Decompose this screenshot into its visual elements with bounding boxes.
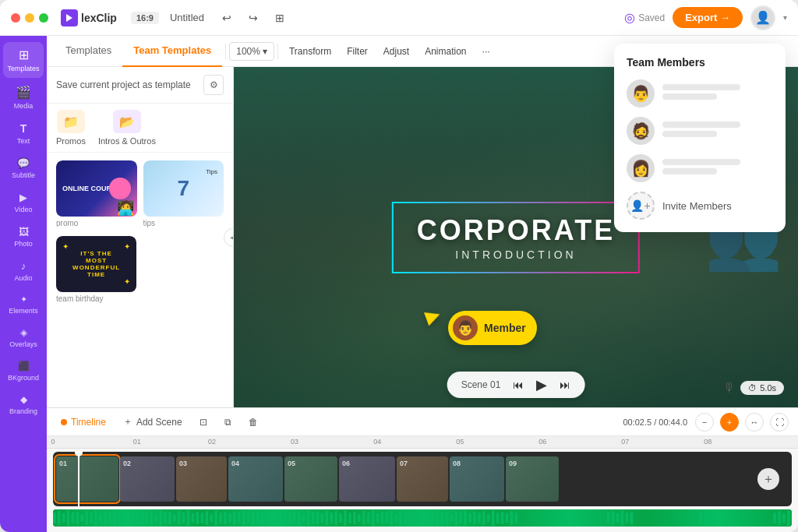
svg-rect-59 <box>321 513 324 523</box>
zoom-in-button[interactable]: + <box>720 413 739 432</box>
prev-scene-button[interactable]: ⏮ <box>513 379 524 391</box>
category-promos[interactable]: 📁 Promos <box>56 110 86 146</box>
svg-rect-7 <box>81 514 84 522</box>
tab-templates[interactable]: Templates <box>55 36 122 67</box>
zoom-out-button[interactable]: − <box>695 413 714 432</box>
svg-rect-46 <box>261 512 264 524</box>
animation-button[interactable]: Animation <box>417 43 474 60</box>
sidebar-item-overlays[interactable]: ◈ Overlays <box>3 322 44 354</box>
ruler-label-1: 01 <box>133 438 141 446</box>
svg-rect-72 <box>381 512 384 524</box>
overlays-icon: ◈ <box>20 327 27 338</box>
play-button[interactable]: ▶ <box>536 376 547 393</box>
zoom-dropdown[interactable]: 100% ▾ <box>229 42 274 61</box>
user-avatar[interactable]: 👤 <box>750 5 775 30</box>
intros-label: Intros & Outros <box>98 136 156 146</box>
aspect-ratio-badge[interactable]: 16:9 <box>131 12 159 24</box>
fit-button[interactable]: ↔ <box>745 413 764 432</box>
svg-rect-53 <box>293 513 296 523</box>
sidebar-item-subtitle[interactable]: 💬 Subtitle <box>3 152 44 185</box>
scene-options-button[interactable]: ⊡ <box>195 414 212 430</box>
sidebar-item-photo[interactable]: 🖼 Photo <box>3 220 44 253</box>
sidebar-item-bkground[interactable]: ⬛ BKground <box>3 355 44 387</box>
track-segment-07[interactable]: 07 <box>397 456 448 502</box>
svg-rect-111 <box>713 510 716 526</box>
close-button[interactable] <box>11 13 20 23</box>
track-segment-09[interactable]: 09 <box>506 456 559 502</box>
svg-rect-102 <box>607 513 610 523</box>
minimize-button[interactable] <box>25 13 34 23</box>
undo-button[interactable]: ↩ <box>217 8 237 28</box>
adjust-button[interactable]: Adjust <box>376 43 417 60</box>
svg-rect-78 <box>408 512 411 524</box>
svg-rect-94 <box>482 511 486 525</box>
template-card-online-course[interactable]: ONLINE Course 🧑‍💻 promo <box>56 160 137 230</box>
avatar-dropdown[interactable]: ▾ <box>783 13 787 22</box>
tips-label: Tips <box>206 168 217 175</box>
track-segment-05[interactable]: 05 <box>284 456 337 502</box>
svg-rect-18 <box>132 512 135 524</box>
export-button[interactable]: Export → <box>673 7 743 28</box>
svg-rect-1 <box>53 513 56 523</box>
add-scene-button[interactable]: ＋ Add Scene <box>118 413 187 431</box>
category-intros[interactable]: 📂 Intros & Outros <box>98 110 156 146</box>
track-segment-02[interactable]: 02 <box>120 456 175 502</box>
ruler-label-0: 0 <box>51 438 55 446</box>
svg-rect-41 <box>238 513 241 523</box>
more-button[interactable]: ··· <box>475 43 498 60</box>
sidebar-item-media[interactable]: 🎬 Media <box>3 79 44 115</box>
track-segment-06[interactable]: 06 <box>339 456 395 502</box>
track-segment-08[interactable]: 08 <box>450 456 504 502</box>
template-card-birthday[interactable]: IT'S THEMOSTWONDERFULTIME ✦ ✦ ✦ team bir… <box>56 236 136 305</box>
audio-track <box>53 509 792 527</box>
svg-rect-23 <box>154 513 157 523</box>
sidebar-label-overlays: Overlays <box>9 340 37 348</box>
track-segment-03[interactable]: 03 <box>176 456 227 502</box>
sidebar-item-text[interactable]: T Text <box>3 117 44 150</box>
sidebar-item-audio[interactable]: ♪ Audio <box>3 255 44 287</box>
segment-content-09: 09 <box>506 456 559 502</box>
transform-button[interactable]: Transform <box>281 43 339 60</box>
svg-rect-37 <box>219 513 222 523</box>
sidebar-item-templates[interactable]: ⊞ Templates <box>3 42 44 78</box>
team-member-info-1 <box>662 84 773 103</box>
svg-rect-112 <box>718 513 721 523</box>
sidebar-item-elements[interactable]: ✦ Elements <box>3 289 44 320</box>
delete-button[interactable]: 🗑 <box>244 414 263 430</box>
svg-rect-109 <box>704 511 707 525</box>
timeline-tab-button[interactable]: Timeline <box>56 414 111 430</box>
template-label-birthday: team birthday <box>56 292 136 305</box>
track-segment-01[interactable]: 01 <box>56 456 118 502</box>
segment-content-05: 05 <box>284 456 337 502</box>
settings-icon-button[interactable]: ⚙ <box>203 75 224 95</box>
toolbar-separator-2 <box>277 44 278 59</box>
add-segment-button[interactable]: ＋ <box>757 468 779 490</box>
video-text-overlay: CORPORATE INTRODUCTION <box>392 202 640 273</box>
svg-rect-64 <box>344 510 347 526</box>
svg-rect-56 <box>307 510 310 526</box>
grid-button[interactable]: ⊞ <box>270 8 290 28</box>
svg-rect-73 <box>386 513 389 523</box>
member-bubble[interactable]: 👨 Member <box>448 311 537 345</box>
invite-members-row[interactable]: 👤+ Invite Members <box>627 192 773 220</box>
fullscreen-button[interactable]: ⛶ <box>770 413 789 432</box>
svg-rect-83 <box>432 513 435 523</box>
tab-team-templates[interactable]: Team Templates <box>122 36 222 67</box>
next-scene-button[interactable]: ⏭ <box>560 379 570 391</box>
logo: lexClip <box>61 9 117 26</box>
svg-rect-80 <box>418 511 421 525</box>
template-visual-tips: 7 Tips <box>143 160 224 217</box>
save-template-button[interactable]: Save current project as template <box>56 79 191 90</box>
save-template-row: Save current project as template ⚙ <box>47 67 233 104</box>
svg-rect-85 <box>441 513 444 523</box>
copy-button[interactable]: ⧉ <box>220 414 236 430</box>
redo-button[interactable]: ↪ <box>243 8 263 28</box>
maximize-button[interactable] <box>39 13 48 23</box>
sidebar-item-branding[interactable]: ◆ Branding <box>3 389 44 421</box>
sidebar-item-video[interactable]: ▶ Video <box>3 186 44 219</box>
filter-button[interactable]: Filter <box>339 43 376 60</box>
track-segment-04[interactable]: 04 <box>228 456 283 502</box>
mic-icon[interactable]: 🎙 <box>723 381 736 395</box>
template-thumb-birthday: IT'S THEMOSTWONDERFULTIME ✦ ✦ ✦ <box>56 236 136 292</box>
template-card-tips[interactable]: 7 Tips tips <box>143 160 224 230</box>
